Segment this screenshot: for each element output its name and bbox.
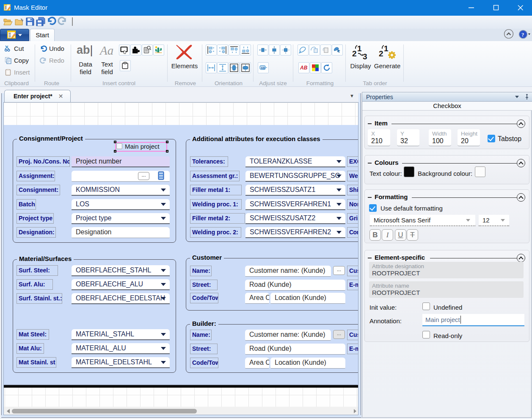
svg-text:1: 1 bbox=[357, 44, 362, 53]
svg-text:2: 2 bbox=[352, 49, 357, 58]
svg-text:AB: AB bbox=[261, 67, 265, 69]
svg-text:3: 3 bbox=[363, 52, 367, 59]
svg-text:1: 1 bbox=[384, 44, 389, 53]
svg-text:AB: AB bbox=[300, 65, 308, 71]
svg-text:2: 2 bbox=[379, 49, 383, 58]
svg-text:?: ? bbox=[521, 31, 524, 38]
